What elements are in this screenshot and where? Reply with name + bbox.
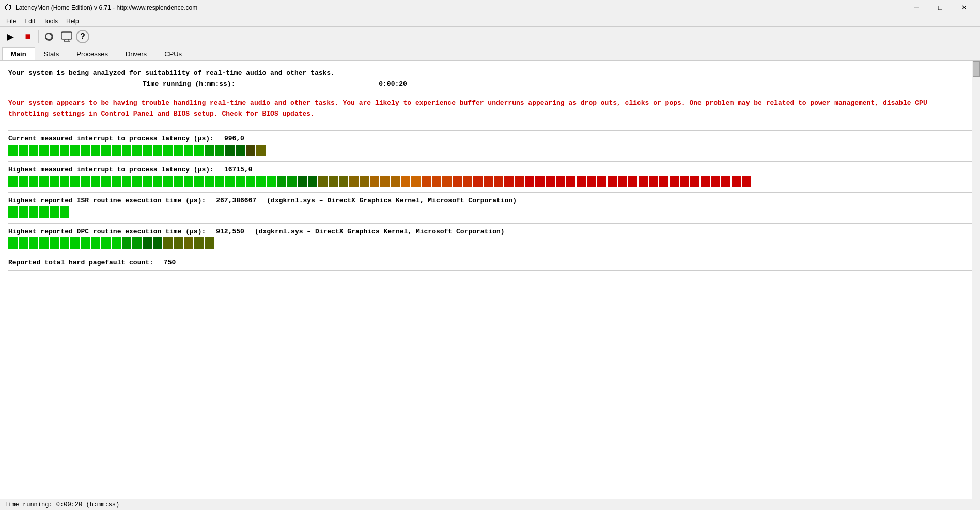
tab-stats[interactable]: Stats <box>35 47 68 60</box>
bar-segment <box>277 176 286 187</box>
monitor-button[interactable] <box>58 29 75 44</box>
tab-drivers[interactable]: Drivers <box>117 47 155 60</box>
bar-segment <box>225 145 235 156</box>
metric-label-2: Highest reported ISR routine execution t… <box>8 197 972 204</box>
bar-segment <box>236 145 245 156</box>
bar-segment <box>132 176 142 187</box>
bar-segment <box>339 176 348 187</box>
bar-segment <box>329 176 338 187</box>
bar-segment <box>81 145 90 156</box>
bar-segment <box>618 176 627 187</box>
menu-file[interactable]: File <box>2 17 20 26</box>
tab-cpus[interactable]: CPUs <box>155 47 191 60</box>
bar-segment <box>70 176 80 187</box>
bar-segment <box>39 176 49 187</box>
toolbar-separator-1 <box>38 30 39 43</box>
bar-segment <box>19 176 28 187</box>
bar-segment <box>143 176 152 187</box>
bar-segment <box>360 176 369 187</box>
bar-segment <box>112 237 121 249</box>
bar-segment <box>432 176 441 187</box>
bar-segment <box>153 145 162 156</box>
bar-segment <box>194 237 204 249</box>
bar-segment <box>91 176 100 187</box>
bar-segment <box>525 176 534 187</box>
time-running-value: 0:00:20 <box>379 80 407 88</box>
bar-segment <box>39 237 49 249</box>
tab-main[interactable]: Main <box>2 47 35 60</box>
close-button[interactable]: ✕ <box>952 0 976 15</box>
bar-segment <box>391 176 400 187</box>
metric-row-3: Highest reported DPC routine execution t… <box>8 228 972 254</box>
bar-segment <box>577 176 586 187</box>
bar-segment <box>670 176 679 187</box>
metric-row-1: Highest measured interrupt to process la… <box>8 166 972 193</box>
bar-segment <box>60 145 69 156</box>
metric-divider-4 <box>8 270 972 271</box>
bar-segment <box>597 176 606 187</box>
scrollbar-track[interactable] <box>972 61 980 499</box>
bar-segment <box>122 176 131 187</box>
bar-segment <box>19 145 28 156</box>
bar-segment <box>639 176 648 187</box>
status-bar: Time running: 0:00:20 (h:mm:ss) <box>0 499 980 510</box>
time-running-row: Time running (h:mm:ss): 0:00:20 <box>8 80 972 88</box>
bar-segment <box>484 176 493 187</box>
bar-segment <box>535 176 545 187</box>
bar-segment <box>205 176 214 187</box>
bar-segment <box>50 176 59 187</box>
scrollbar-thumb[interactable] <box>973 61 980 77</box>
bar-segment <box>205 237 214 249</box>
menu-tools[interactable]: Tools <box>39 17 62 26</box>
bar-segment <box>163 176 173 187</box>
bar-segment <box>8 176 18 187</box>
metric-row-0: Current measured interrupt to process la… <box>8 135 972 162</box>
bar-segment <box>711 176 720 187</box>
bar-segment <box>690 176 699 187</box>
refresh-button[interactable] <box>41 29 57 44</box>
bar-segment <box>267 176 276 187</box>
bar-segment <box>101 237 111 249</box>
bar-segment <box>184 237 193 249</box>
metric-extra-2: (dxgkrnl.sys – DirectX Graphics Kernel, … <box>267 197 517 204</box>
warning-text: Your system appears to be having trouble… <box>8 98 972 120</box>
bar-segment <box>174 237 183 249</box>
bar-segment <box>101 176 111 187</box>
bar-segment <box>380 176 390 187</box>
bar-segment <box>422 176 431 187</box>
minimize-button[interactable]: ─ <box>905 0 928 15</box>
metric-divider-0 <box>8 161 972 162</box>
bar-segment <box>112 145 121 156</box>
bar-segment <box>29 145 38 156</box>
help-button[interactable]: ? <box>76 30 89 43</box>
metric-divider-2 <box>8 223 972 224</box>
tab-processes[interactable]: Processes <box>68 47 117 60</box>
metric-label-4: Reported total hard pagefault count:750 <box>8 259 972 266</box>
bar-segment <box>50 237 59 249</box>
app-icon: ⏱ <box>4 4 12 12</box>
bar-segment <box>515 176 524 187</box>
stop-button[interactable]: ■ <box>20 29 36 44</box>
play-button[interactable]: ▶ <box>2 29 19 44</box>
status-analyzing-text: Your system is being analyzed for suitab… <box>8 69 972 77</box>
bar-segment <box>184 145 193 156</box>
bar-segment <box>349 176 359 187</box>
metric-divider-3 <box>8 254 972 254</box>
bar-segment <box>122 145 131 156</box>
status-bar-text: Time running: 0:00:20 (h:mm:ss) <box>4 501 119 508</box>
bar-segment <box>194 176 204 187</box>
metric-label-1: Highest measured interrupt to process la… <box>8 166 972 173</box>
bar-segment <box>225 176 235 187</box>
bar-segment <box>174 145 183 156</box>
menu-help[interactable]: Help <box>62 17 83 26</box>
bar-segment <box>608 176 617 187</box>
bar-segment <box>236 176 245 187</box>
bar-segment <box>101 145 111 156</box>
metric-bar-1 <box>8 176 972 188</box>
bar-segment <box>163 237 173 249</box>
bar-segment <box>19 206 28 218</box>
bar-segment <box>659 176 668 187</box>
bar-segment <box>19 237 28 249</box>
menu-edit[interactable]: Edit <box>20 17 39 26</box>
maximize-button[interactable]: □ <box>928 0 952 15</box>
